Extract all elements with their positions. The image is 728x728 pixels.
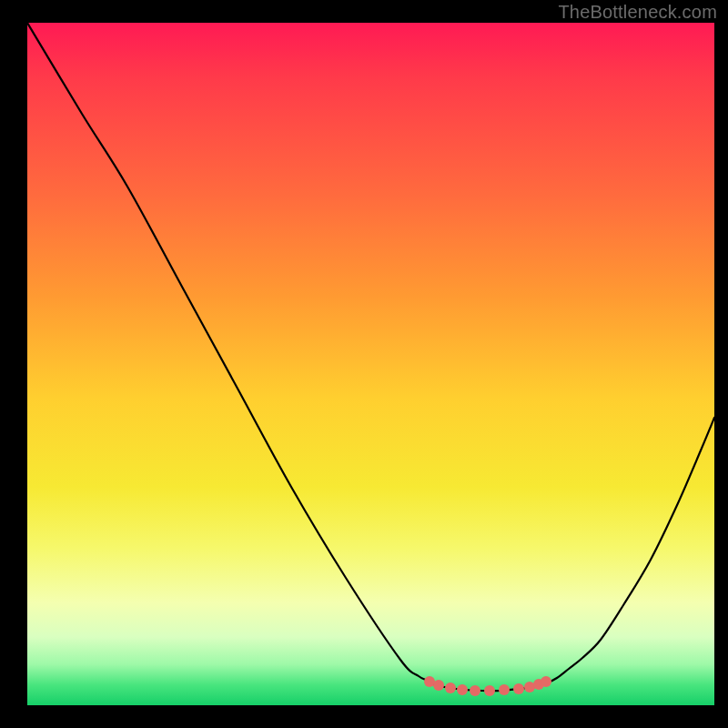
plot-area: [27, 23, 714, 705]
highlight-dot: [484, 685, 495, 696]
highlight-dot: [433, 680, 444, 691]
bottleneck-curve: [27, 23, 714, 691]
watermark-text: TheBottleneck.com: [558, 2, 717, 23]
highlight-dot: [513, 683, 524, 694]
highlight-markers: [424, 676, 551, 696]
highlight-dot: [445, 682, 456, 693]
highlight-dot: [499, 684, 510, 695]
highlight-dot: [470, 685, 480, 696]
highlight-dot: [457, 684, 468, 695]
curve-layer: [27, 23, 714, 705]
chart-frame: TheBottleneck.com: [0, 0, 728, 728]
highlight-dot: [541, 676, 551, 687]
